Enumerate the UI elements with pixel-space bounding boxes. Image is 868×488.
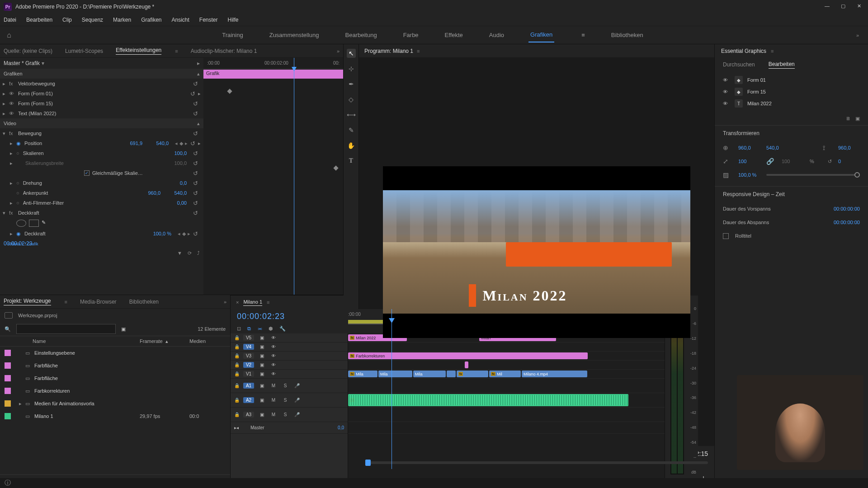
track-toggle-icon[interactable]: ▣ bbox=[258, 344, 266, 349]
sort-asc-icon[interactable]: ▴ bbox=[165, 338, 168, 344]
selection-tool-icon[interactable]: ↖ bbox=[347, 49, 356, 58]
gleichmaessige-checkbox[interactable]: ✓Gleichmäßige Skalie… bbox=[84, 170, 143, 176]
clip-audio[interactable]: fx bbox=[348, 394, 628, 406]
deckkraft-value[interactable]: 100,0 % bbox=[151, 231, 171, 236]
close-button[interactable]: ✕ bbox=[857, 3, 864, 10]
lock-icon[interactable]: 🔒 bbox=[234, 371, 240, 376]
reset-icon[interactable]: ↺ bbox=[193, 110, 198, 117]
tab-media-browser[interactable]: Media-Browser bbox=[80, 299, 117, 305]
eg-rotation[interactable]: 0 bbox=[838, 159, 860, 164]
info-icon[interactable]: ⓘ bbox=[5, 479, 11, 487]
eg-opacity[interactable]: 100,0 % bbox=[738, 172, 760, 178]
new-bin-icon[interactable]: ▣ bbox=[121, 326, 126, 332]
tl-link-icon[interactable]: ⫘ bbox=[257, 326, 262, 332]
clip-farbkorrekturen[interactable]: fxFarbkorrekturen bbox=[348, 352, 588, 359]
title-graphic[interactable]: Milan 2022 bbox=[469, 284, 567, 307]
kf-next-icon[interactable]: ▸ bbox=[185, 141, 188, 146]
col-medien[interactable]: Medien bbox=[189, 338, 226, 344]
rolltitel-checkbox[interactable] bbox=[723, 233, 729, 239]
ws-effekte[interactable]: Effekte bbox=[443, 28, 465, 42]
kf-prev-icon[interactable]: ◂ bbox=[178, 231, 180, 237]
reset-icon[interactable]: ↺ bbox=[193, 80, 198, 87]
solo-button[interactable]: S bbox=[281, 412, 289, 417]
clip-marker[interactable] bbox=[465, 361, 468, 368]
layer-visibility-icon[interactable]: 👁 bbox=[723, 89, 730, 94]
lock-icon[interactable]: 🔒 bbox=[234, 353, 240, 358]
ec-filter-icon[interactable]: ▼ bbox=[177, 250, 182, 256]
clip-small-1[interactable] bbox=[447, 371, 456, 377]
reset-icon[interactable]: ↺ bbox=[193, 130, 198, 137]
track-a2-label[interactable]: A2 bbox=[243, 397, 254, 403]
reset-icon[interactable]: ↺ bbox=[193, 150, 198, 157]
reset-icon[interactable]: ↺ bbox=[193, 180, 198, 187]
reset-icon[interactable]: ↺ bbox=[193, 210, 198, 216]
source-tabs-overflow[interactable]: » bbox=[337, 48, 340, 54]
col-framerate[interactable]: Framerate▴ bbox=[140, 338, 189, 344]
layer-visibility-icon[interactable]: 👁 bbox=[723, 101, 730, 106]
eg-anchor-x[interactable]: 960,0 bbox=[838, 145, 860, 150]
tl-settings-icon[interactable]: 🔧 bbox=[279, 326, 286, 332]
menu-clip[interactable]: Clip bbox=[62, 17, 72, 23]
track-toggle-icon[interactable]: ▣ bbox=[258, 398, 266, 403]
outro-duration-value[interactable]: 00:00:00:00 bbox=[834, 220, 860, 225]
eg-tab-bearbeiten[interactable]: Bearbeiten bbox=[769, 61, 795, 69]
track-v2-label[interactable]: V2 bbox=[243, 362, 254, 368]
type-tool-icon[interactable]: T bbox=[347, 156, 356, 165]
maximize-button[interactable]: ▢ bbox=[841, 3, 848, 10]
eg-layer[interactable]: 👁TMilan 2022 bbox=[720, 98, 863, 109]
kf-add-icon[interactable]: ◆ bbox=[179, 141, 183, 146]
timeline-close-icon[interactable]: × bbox=[236, 300, 239, 305]
drehung-value[interactable]: 0,0 bbox=[167, 180, 187, 186]
tab-menu-icon[interactable]: ≡ bbox=[175, 48, 178, 54]
tab-bibliotheken[interactable]: Bibliotheken bbox=[129, 299, 159, 305]
clip-mila-3[interactable]: Mila bbox=[413, 371, 446, 377]
eg-layer[interactable]: 👁◆Form 15 bbox=[720, 86, 863, 98]
lock-icon[interactable]: 🔒 bbox=[234, 383, 240, 388]
reset-icon[interactable]: ↺ bbox=[190, 90, 195, 97]
anker-y-value[interactable]: 540,0 bbox=[167, 190, 187, 196]
track-toggle-icon[interactable]: ▣ bbox=[258, 362, 266, 367]
tab-menu-icon[interactable]: ≡ bbox=[65, 299, 67, 305]
reset-icon[interactable]: ↺ bbox=[193, 100, 198, 107]
menu-hilfe[interactable]: Hilfe bbox=[228, 17, 239, 23]
track-toggle-icon[interactable]: ▣ bbox=[258, 412, 266, 417]
tab-effekteinstellungen[interactable]: Effekteinstellungen bbox=[116, 47, 161, 55]
ws-bearbeitung[interactable]: Bearbeitung bbox=[344, 28, 379, 42]
track-eye-icon[interactable]: 👁 bbox=[269, 344, 278, 349]
lock-icon[interactable]: 🔒 bbox=[234, 344, 240, 349]
solo-button[interactable]: S bbox=[281, 398, 289, 403]
master-expand-icon[interactable]: ▸◂ bbox=[234, 425, 243, 430]
track-v4-label[interactable]: V4 bbox=[243, 344, 254, 350]
reset-icon[interactable]: ↺ bbox=[193, 200, 198, 206]
minimize-button[interactable]: — bbox=[825, 3, 832, 10]
ec-collapse-icon[interactable]: ▴ bbox=[197, 121, 200, 127]
ec-collapse-icon[interactable]: ▴ bbox=[197, 71, 200, 77]
eg-pos-x[interactable]: 960,0 bbox=[738, 145, 760, 150]
kf-prev-icon[interactable]: ◂ bbox=[175, 141, 178, 146]
eg-panel-title[interactable]: Essential Graphics bbox=[721, 48, 766, 54]
track-v5-label[interactable]: V5 bbox=[243, 335, 254, 341]
track-v1-label[interactable]: V1 bbox=[243, 371, 254, 377]
ws-bibliotheken[interactable]: Bibliotheken bbox=[609, 28, 645, 42]
ws-overflow-button[interactable]: » bbox=[847, 33, 868, 38]
timeline-tab[interactable]: Milano 1 bbox=[243, 299, 262, 306]
ec-bypass-icon[interactable]: ⟳ bbox=[188, 250, 192, 256]
voice-icon[interactable]: 🎤 bbox=[293, 398, 301, 403]
ws-audio[interactable]: Audio bbox=[487, 28, 506, 42]
clip-milano4[interactable]: Milano 4.mp4 bbox=[522, 371, 587, 377]
keyframe-diamond[interactable] bbox=[333, 165, 338, 170]
reset-icon[interactable]: ↺ bbox=[193, 160, 198, 167]
tl-snap-icon[interactable]: ⧉ bbox=[247, 326, 251, 332]
ellipse-tool-icon[interactable]: ✎ bbox=[347, 126, 356, 135]
program-tab[interactable]: Programm: Milano 1 bbox=[364, 48, 413, 54]
mute-button[interactable]: M bbox=[269, 412, 278, 417]
antiflimmer-value[interactable]: 0,00 bbox=[167, 200, 187, 206]
skalieren-value[interactable]: 100,0 bbox=[167, 150, 187, 156]
hand-tool-icon[interactable]: ✋ bbox=[347, 141, 356, 150]
ec-snap-icon[interactable]: ⤴ bbox=[197, 250, 200, 256]
track-a1-label[interactable]: A1 bbox=[243, 383, 254, 389]
track-eye-icon[interactable]: 👁 bbox=[269, 353, 278, 358]
clip-mila-2[interactable]: Mila bbox=[378, 371, 412, 377]
eg-menu-icon[interactable]: ≡ bbox=[771, 48, 774, 54]
master-value[interactable]: 0,0 bbox=[338, 425, 344, 430]
